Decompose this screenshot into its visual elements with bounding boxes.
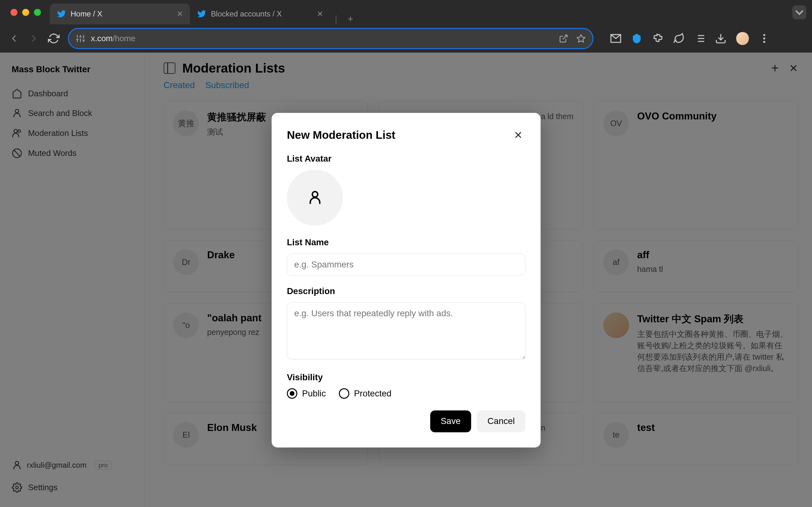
svg-point-17 (763, 38, 765, 39)
browser-tabs: Home / X ✕ Blocked accounts / X ✕ | + (50, 0, 792, 24)
leaf-icon[interactable] (673, 33, 685, 44)
window-controls (6, 9, 41, 16)
radio-label: Public (302, 389, 326, 399)
open-external-icon[interactable] (559, 33, 568, 44)
site-settings-icon[interactable] (76, 34, 85, 43)
twitter-icon (197, 9, 206, 18)
browser-tab[interactable]: Blocked accounts / X ✕ (190, 3, 330, 24)
address-bar[interactable]: x.com/home (68, 28, 594, 49)
avatar-label: List Avatar (287, 154, 525, 164)
save-button[interactable]: Save (430, 410, 471, 432)
app-container: Mass Block Twitter Dashboard Search and … (0, 53, 812, 507)
reload-button[interactable] (48, 33, 60, 44)
desc-label: Description (287, 286, 525, 297)
radio-public[interactable]: Public (287, 388, 326, 399)
tab-separator: | (330, 14, 342, 24)
mail-icon[interactable] (610, 33, 622, 44)
extension-icons (610, 32, 770, 45)
twitter-icon (57, 9, 66, 18)
person-icon (307, 189, 323, 206)
back-button[interactable] (8, 33, 20, 44)
tab-overflow-button[interactable] (792, 5, 806, 19)
maximize-window-button[interactable] (34, 9, 41, 16)
extensions-icon[interactable] (652, 33, 664, 44)
svg-point-26 (312, 192, 317, 197)
profile-avatar[interactable] (736, 32, 749, 45)
list-name-input[interactable] (287, 253, 525, 276)
radio-icon (339, 388, 349, 399)
svg-marker-9 (577, 35, 585, 42)
browser-tab-active[interactable]: Home / X ✕ (50, 3, 190, 24)
description-input[interactable] (287, 302, 525, 360)
visibility-radio-group: Public Protected (287, 388, 525, 399)
close-icon[interactable]: ✕ (511, 128, 525, 142)
new-list-modal: New Moderation List ✕ List Avatar List N… (272, 113, 541, 447)
name-label: List Name (287, 237, 525, 247)
media-icon[interactable] (694, 33, 706, 44)
svg-point-16 (763, 34, 765, 36)
radio-label: Protected (354, 389, 392, 399)
visibility-label: Visibility (287, 372, 525, 383)
modal-title: New Moderation List (287, 129, 395, 141)
more-icon[interactable] (758, 33, 770, 44)
browser-toolbar: x.com/home (0, 24, 812, 52)
tab-label: Blocked accounts / X (211, 9, 282, 18)
close-tab-icon[interactable]: ✕ (177, 9, 183, 18)
radio-protected[interactable]: Protected (339, 388, 392, 399)
browser-tab-bar: Home / X ✕ Blocked accounts / X ✕ | + (0, 0, 812, 24)
new-tab-button[interactable]: + (342, 14, 359, 24)
bookmark-icon[interactable] (576, 33, 586, 44)
url-text: x.com/home (91, 34, 136, 43)
close-window-button[interactable] (10, 9, 17, 16)
downloads-icon[interactable] (715, 33, 727, 44)
cancel-button[interactable]: Cancel (477, 410, 525, 432)
tab-label: Home / X (71, 9, 102, 18)
extension-icon-blue[interactable] (631, 33, 643, 44)
close-tab-icon[interactable]: ✕ (317, 9, 323, 18)
avatar-upload-button[interactable] (287, 170, 343, 226)
svg-point-18 (763, 41, 765, 43)
minimize-window-button[interactable] (22, 9, 29, 16)
radio-icon (287, 388, 297, 399)
forward-button[interactable] (28, 33, 40, 44)
